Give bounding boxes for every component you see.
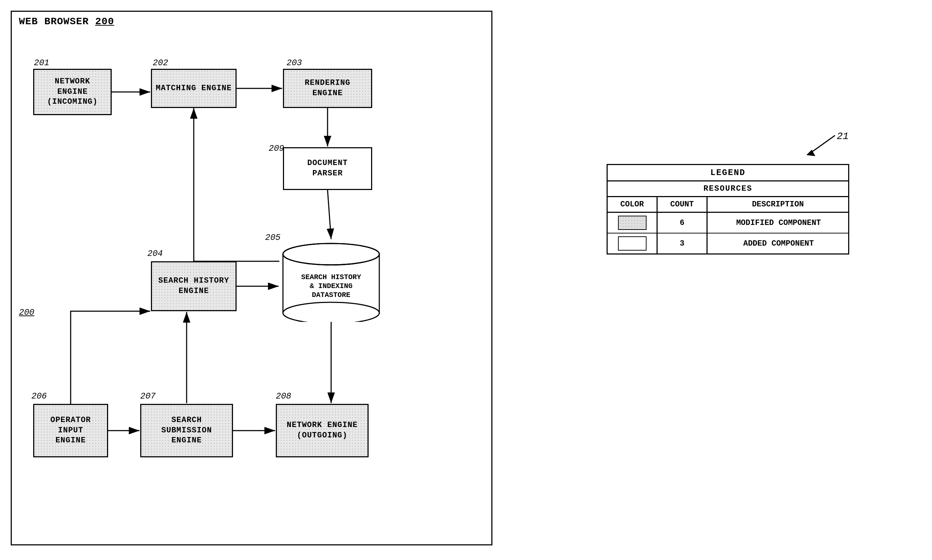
svg-text:DATASTORE: DATASTORE — [312, 291, 350, 299]
ref-208: 208 — [276, 391, 291, 401]
legend-header-count: COUNT — [657, 197, 708, 212]
ref-206: 206 — [31, 391, 47, 401]
legend-row-modified: 6 MODIFIED COMPONENT — [608, 213, 848, 234]
legend-ref-number: 210 — [785, 132, 849, 169]
color-swatch-modified — [618, 215, 647, 230]
node-search-history-engine: SEARCH HISTORYENGINE — [151, 261, 236, 311]
web-browser-label: WEB BROWSER 200 — [19, 16, 114, 27]
legend-header-description: DESCRIPTION — [708, 197, 848, 212]
ref-209: 209 — [268, 144, 284, 153]
legend-desc-added: ADDED COMPONENT — [708, 234, 848, 254]
svg-line-18 — [810, 135, 835, 153]
legend-color-added — [608, 234, 657, 254]
legend-header-color: COLOR — [608, 197, 657, 212]
svg-text:210: 210 — [837, 132, 849, 142]
legend-count-added: 3 — [657, 234, 708, 254]
color-swatch-added — [618, 236, 647, 251]
node-operator-input: OPERATOR INPUTENGINE — [33, 404, 108, 457]
inner-box-label: 200 — [19, 308, 34, 317]
ref-204: 204 — [147, 249, 163, 258]
node-search-submission: SEARCHSUBMISSION ENGINE — [140, 404, 233, 457]
node-document-parser: DOCUMENTPARSER — [283, 147, 372, 190]
ref-202: 202 — [153, 58, 168, 68]
legend-subtitle: RESOURCES — [608, 182, 848, 197]
node-search-history-datastore: SEARCH HISTORY & INDEXING DATASTORE — [279, 240, 383, 322]
svg-point-2 — [283, 302, 379, 322]
legend-row-added: 3 ADDED COMPONENT — [608, 234, 848, 254]
web-browser-number: 200 — [95, 16, 114, 27]
node-network-incoming: NETWORK ENGINE(INCOMING) — [33, 69, 112, 115]
node-rendering-engine: RENDERING ENGINE — [283, 69, 372, 108]
node-network-outgoing: NETWORK ENGINE(OUTGOING) — [276, 404, 369, 457]
ref-203: 203 — [287, 58, 302, 68]
diagram-container: WEB BROWSER 200 200 201 202 203 209 204 … — [11, 11, 492, 545]
ref-207: 207 — [140, 391, 156, 401]
legend: LEGEND RESOURCES COLOR COUNT DESCRIPTION… — [606, 164, 849, 254]
legend-color-modified — [608, 213, 657, 233]
legend-header-row: COLOR COUNT DESCRIPTION — [608, 197, 848, 213]
legend-desc-modified: MODIFIED COMPONENT — [708, 213, 848, 233]
svg-line-12 — [327, 190, 331, 239]
svg-text:SEARCH HISTORY: SEARCH HISTORY — [301, 273, 361, 281]
svg-point-3 — [284, 244, 379, 264]
svg-text:& INDEXING: & INDEXING — [310, 282, 353, 290]
node-matching-engine: MATCHING ENGINE — [151, 69, 236, 108]
legend-count-modified: 6 — [657, 213, 708, 233]
ref-201: 201 — [34, 58, 49, 68]
ref-205: 205 — [265, 233, 281, 242]
